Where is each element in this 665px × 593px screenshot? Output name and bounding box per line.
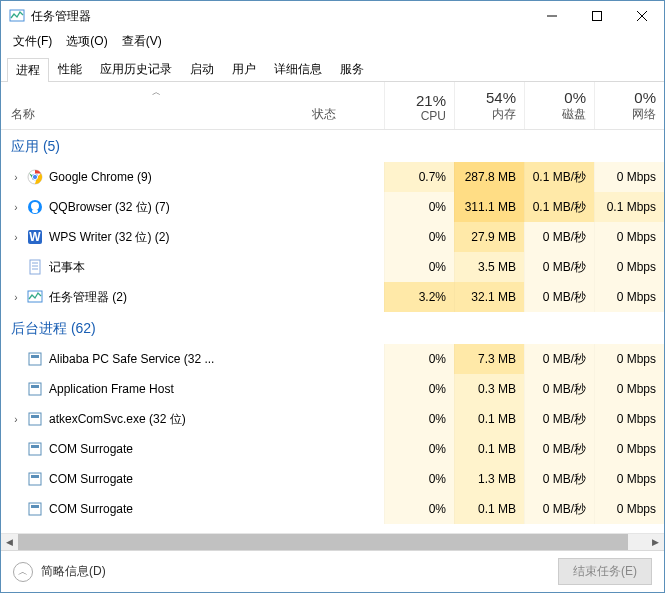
metric-cell: 0 Mbps <box>594 404 664 434</box>
svg-rect-28 <box>29 503 41 515</box>
column-网络[interactable]: 0%网络 <box>594 82 664 129</box>
process-name: WPS Writer (32 位) (2) <box>49 229 169 246</box>
metric-cell: 0 MB/秒 <box>524 222 594 252</box>
scroll-right-icon[interactable]: ▶ <box>647 534 664 551</box>
process-row[interactable]: › 任务管理器 (2) 3.2%32.1 MB0 MB/秒0 Mbps <box>1 282 664 312</box>
svg-point-10 <box>32 209 38 213</box>
process-row[interactable]: Application Frame Host 0%0.3 MB0 MB/秒0 M… <box>1 374 664 404</box>
metric-cell: 0 Mbps <box>594 374 664 404</box>
generic-icon <box>27 351 43 367</box>
menu-file[interactable]: 文件(F) <box>7 32 58 51</box>
metric-cell: 0% <box>384 192 454 222</box>
process-row[interactable]: COM Surrogate 0%0.1 MB0 MB/秒0 Mbps <box>1 494 664 524</box>
column-name[interactable]: ︿ 名称 <box>1 82 312 129</box>
tab-4[interactable]: 用户 <box>223 57 265 81</box>
metric-cell: 0 MB/秒 <box>524 464 594 494</box>
metric-cell: 7.3 MB <box>454 344 524 374</box>
process-row[interactable]: › Google Chrome (9) 0.7%287.8 MB0.1 MB/秒… <box>1 162 664 192</box>
process-row[interactable]: › QQBrowser (32 位) (7) 0%311.1 MB0.1 MB/… <box>1 192 664 222</box>
end-task-button[interactable]: 结束任务(E) <box>558 558 652 585</box>
process-row[interactable]: COM Surrogate 0%1.3 MB0 MB/秒0 Mbps <box>1 464 664 494</box>
svg-rect-2 <box>592 12 601 21</box>
notepad-icon <box>27 259 43 275</box>
svg-text:W: W <box>29 230 41 244</box>
generic-icon <box>27 411 43 427</box>
tab-6[interactable]: 服务 <box>331 57 373 81</box>
svg-point-7 <box>32 174 37 179</box>
metric-cell: 0 MB/秒 <box>524 344 594 374</box>
generic-icon <box>27 501 43 517</box>
column-磁盘[interactable]: 0%磁盘 <box>524 82 594 129</box>
column-CPU[interactable]: 21%CPU <box>384 82 454 129</box>
process-name: Google Chrome (9) <box>49 170 152 184</box>
metric-cell: 0% <box>384 434 454 464</box>
expand-chevron-icon[interactable]: › <box>11 232 21 243</box>
metric-cell: 3.5 MB <box>454 252 524 282</box>
tab-5[interactable]: 详细信息 <box>265 57 331 81</box>
chrome-icon <box>27 169 43 185</box>
menu-view[interactable]: 查看(V) <box>116 32 168 51</box>
metric-cell: 0 Mbps <box>594 162 664 192</box>
generic-icon <box>27 471 43 487</box>
expand-chevron-icon[interactable]: › <box>11 202 21 213</box>
metric-cell: 0.3 MB <box>454 374 524 404</box>
column-内存[interactable]: 54%内存 <box>454 82 524 129</box>
fewer-details-toggle[interactable]: ︿ <box>13 562 33 582</box>
metric-cell: 0 Mbps <box>594 222 664 252</box>
svg-rect-18 <box>29 353 41 365</box>
process-name: COM Surrogate <box>49 442 133 456</box>
tab-3[interactable]: 启动 <box>181 57 223 81</box>
metric-cell: 1.3 MB <box>454 464 524 494</box>
generic-icon <box>27 381 43 397</box>
process-name: 任务管理器 (2) <box>49 289 127 306</box>
minimize-button[interactable] <box>529 1 574 31</box>
metric-cell: 0.1 MB/秒 <box>524 162 594 192</box>
process-list[interactable]: 应用 (5) › Google Chrome (9) 0.7%287.8 MB0… <box>1 130 664 533</box>
qq-icon <box>27 199 43 215</box>
metric-cell: 0 MB/秒 <box>524 252 594 282</box>
maximize-button[interactable] <box>574 1 619 31</box>
expand-chevron-icon[interactable]: › <box>11 414 21 425</box>
wps-icon: W <box>27 229 43 245</box>
column-status[interactable]: 状态 <box>312 82 384 129</box>
process-name: QQBrowser (32 位) (7) <box>49 199 170 216</box>
tab-2[interactable]: 应用历史记录 <box>91 57 181 81</box>
svg-rect-23 <box>31 415 39 418</box>
process-row[interactable]: COM Surrogate 0%0.1 MB0 MB/秒0 Mbps <box>1 434 664 464</box>
metric-cell: 0% <box>384 404 454 434</box>
svg-rect-21 <box>31 385 39 388</box>
menubar: 文件(F) 选项(O) 查看(V) <box>1 31 664 51</box>
expand-chevron-icon[interactable]: › <box>11 292 21 303</box>
process-row[interactable]: › W WPS Writer (32 位) (2) 0%27.9 MB0 MB/… <box>1 222 664 252</box>
generic-icon <box>27 441 43 457</box>
process-name: Application Frame Host <box>49 382 174 396</box>
fewer-details-link[interactable]: 简略信息(D) <box>41 563 106 580</box>
menu-options[interactable]: 选项(O) <box>60 32 113 51</box>
scroll-left-icon[interactable]: ◀ <box>1 534 18 551</box>
process-row[interactable]: 记事本 0%3.5 MB0 MB/秒0 Mbps <box>1 252 664 282</box>
metric-cell: 0 MB/秒 <box>524 404 594 434</box>
metric-cell: 0 Mbps <box>594 464 664 494</box>
metric-cell: 3.2% <box>384 282 454 312</box>
expand-chevron-icon[interactable]: › <box>11 172 21 183</box>
metric-cell: 0.1 MB/秒 <box>524 192 594 222</box>
metric-cell: 32.1 MB <box>454 282 524 312</box>
metric-cell: 0 Mbps <box>594 252 664 282</box>
metric-cell: 0 Mbps <box>594 494 664 524</box>
metric-cell: 0.1 Mbps <box>594 192 664 222</box>
metric-cell: 0.7% <box>384 162 454 192</box>
app-icon <box>9 8 25 24</box>
close-button[interactable] <box>619 1 664 31</box>
process-row[interactable]: › atkexComSvc.exe (32 位) 0%0.1 MB0 MB/秒0… <box>1 404 664 434</box>
process-name: COM Surrogate <box>49 472 133 486</box>
horizontal-scrollbar[interactable]: ◀ ▶ <box>1 533 664 550</box>
tab-0[interactable]: 进程 <box>7 58 49 82</box>
column-headers: ︿ 名称 状态 21%CPU54%内存0%磁盘0%网络 <box>1 82 664 130</box>
tabs: 进程性能应用历史记录启动用户详细信息服务 <box>1 51 664 82</box>
taskmgr-icon <box>27 289 43 305</box>
svg-rect-26 <box>29 473 41 485</box>
svg-rect-22 <box>29 413 41 425</box>
scroll-thumb[interactable] <box>18 534 628 550</box>
process-row[interactable]: Alibaba PC Safe Service (32 ... 0%7.3 MB… <box>1 344 664 374</box>
tab-1[interactable]: 性能 <box>49 57 91 81</box>
